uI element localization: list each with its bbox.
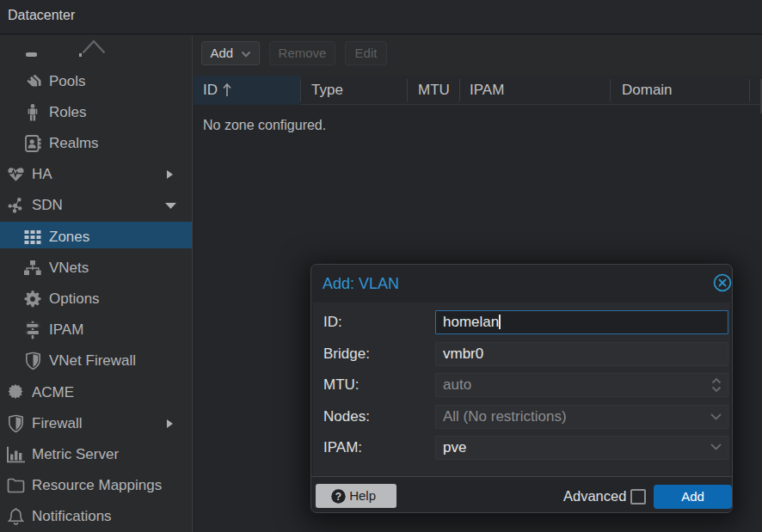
svg-text:?: ? (335, 490, 341, 502)
